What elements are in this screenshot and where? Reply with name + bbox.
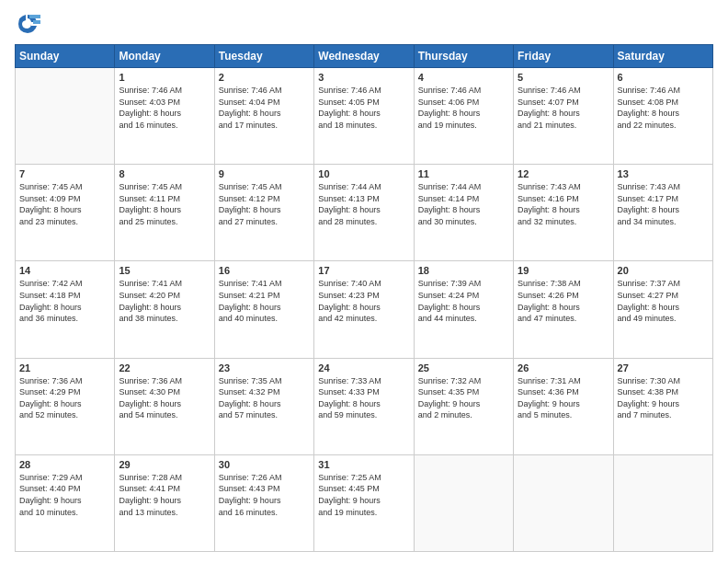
- day-info: Sunrise: 7:43 AM Sunset: 4:17 PM Dayligh…: [618, 181, 709, 227]
- day-number: 13: [618, 168, 709, 179]
- header: [15, 11, 713, 37]
- day-number: 17: [318, 265, 409, 276]
- calendar-cell: 3Sunrise: 7:46 AM Sunset: 4:05 PM Daylig…: [314, 68, 414, 165]
- weekday-sunday: Sunday: [16, 45, 115, 68]
- svg-marker-1: [29, 15, 40, 18]
- day-number: 19: [518, 265, 609, 276]
- week-row-1: 1Sunrise: 7:46 AM Sunset: 4:03 PM Daylig…: [16, 68, 713, 165]
- day-info: Sunrise: 7:45 AM Sunset: 4:12 PM Dayligh…: [219, 181, 310, 227]
- day-number: 12: [518, 168, 609, 179]
- day-info: Sunrise: 7:43 AM Sunset: 4:16 PM Dayligh…: [518, 181, 609, 227]
- day-number: 15: [119, 265, 210, 276]
- day-info: Sunrise: 7:39 AM Sunset: 4:24 PM Dayligh…: [418, 278, 509, 324]
- calendar-cell: 19Sunrise: 7:38 AM Sunset: 4:26 PM Dayli…: [514, 261, 613, 358]
- day-info: Sunrise: 7:45 AM Sunset: 4:11 PM Dayligh…: [119, 181, 210, 227]
- day-info: Sunrise: 7:42 AM Sunset: 4:18 PM Dayligh…: [19, 278, 110, 324]
- day-info: Sunrise: 7:45 AM Sunset: 4:09 PM Dayligh…: [19, 181, 110, 227]
- calendar-cell: 8Sunrise: 7:45 AM Sunset: 4:11 PM Daylig…: [115, 165, 214, 261]
- calendar-cell: 31Sunrise: 7:25 AM Sunset: 4:45 PM Dayli…: [314, 454, 414, 551]
- svg-marker-2: [33, 20, 40, 24]
- day-number: 28: [19, 459, 110, 470]
- day-info: Sunrise: 7:35 AM Sunset: 4:32 PM Dayligh…: [219, 375, 310, 421]
- day-number: 23: [219, 362, 310, 373]
- day-number: 26: [518, 362, 609, 373]
- calendar-table: SundayMondayTuesdayWednesdayThursdayFrid…: [15, 44, 713, 552]
- day-number: 10: [318, 168, 409, 179]
- calendar-cell: 21Sunrise: 7:36 AM Sunset: 4:29 PM Dayli…: [16, 358, 115, 454]
- day-number: 29: [119, 459, 210, 470]
- calendar-cell: 25Sunrise: 7:32 AM Sunset: 4:35 PM Dayli…: [414, 358, 513, 454]
- weekday-thursday: Thursday: [414, 45, 513, 68]
- day-number: 7: [19, 168, 110, 179]
- day-number: 22: [119, 362, 210, 373]
- day-number: 18: [418, 265, 509, 276]
- logo-icon: [15, 11, 40, 37]
- weekday-monday: Monday: [115, 45, 214, 68]
- logo: [15, 11, 44, 37]
- day-info: Sunrise: 7:46 AM Sunset: 4:03 PM Dayligh…: [119, 85, 210, 131]
- day-info: Sunrise: 7:41 AM Sunset: 4:21 PM Dayligh…: [219, 278, 310, 324]
- calendar-cell: 24Sunrise: 7:33 AM Sunset: 4:33 PM Dayli…: [314, 358, 414, 454]
- day-info: Sunrise: 7:36 AM Sunset: 4:29 PM Dayligh…: [19, 375, 110, 421]
- day-number: 6: [618, 72, 709, 83]
- day-info: Sunrise: 7:32 AM Sunset: 4:35 PM Dayligh…: [418, 375, 509, 421]
- weekday-header-row: SundayMondayTuesdayWednesdayThursdayFrid…: [16, 45, 713, 68]
- day-info: Sunrise: 7:46 AM Sunset: 4:06 PM Dayligh…: [418, 85, 509, 131]
- calendar-cell: 16Sunrise: 7:41 AM Sunset: 4:21 PM Dayli…: [214, 261, 313, 358]
- day-number: 11: [418, 168, 509, 179]
- weekday-saturday: Saturday: [613, 45, 712, 68]
- day-info: Sunrise: 7:40 AM Sunset: 4:23 PM Dayligh…: [318, 278, 409, 324]
- calendar-cell: 27Sunrise: 7:30 AM Sunset: 4:38 PM Dayli…: [613, 358, 712, 454]
- day-info: Sunrise: 7:46 AM Sunset: 4:05 PM Dayligh…: [318, 85, 409, 131]
- calendar-cell: 22Sunrise: 7:36 AM Sunset: 4:30 PM Dayli…: [115, 358, 214, 454]
- calendar-cell: 6Sunrise: 7:46 AM Sunset: 4:08 PM Daylig…: [613, 68, 712, 165]
- day-number: 3: [318, 72, 409, 83]
- day-number: 2: [219, 72, 310, 83]
- day-number: 20: [618, 265, 709, 276]
- calendar-cell: 5Sunrise: 7:46 AM Sunset: 4:07 PM Daylig…: [514, 68, 613, 165]
- calendar-cell: [613, 454, 712, 551]
- calendar-cell: [16, 68, 115, 165]
- day-number: 5: [518, 72, 609, 83]
- day-info: Sunrise: 7:41 AM Sunset: 4:20 PM Dayligh…: [119, 278, 210, 324]
- day-info: Sunrise: 7:44 AM Sunset: 4:13 PM Dayligh…: [318, 181, 409, 227]
- calendar-cell: 23Sunrise: 7:35 AM Sunset: 4:32 PM Dayli…: [214, 358, 313, 454]
- day-info: Sunrise: 7:46 AM Sunset: 4:04 PM Dayligh…: [219, 85, 310, 131]
- day-number: 24: [318, 362, 409, 373]
- calendar-cell: 18Sunrise: 7:39 AM Sunset: 4:24 PM Dayli…: [414, 261, 513, 358]
- day-number: 30: [219, 459, 310, 470]
- day-info: Sunrise: 7:29 AM Sunset: 4:40 PM Dayligh…: [19, 472, 110, 518]
- day-info: Sunrise: 7:25 AM Sunset: 4:45 PM Dayligh…: [318, 472, 409, 518]
- day-number: 16: [219, 265, 310, 276]
- day-number: 21: [19, 362, 110, 373]
- day-info: Sunrise: 7:37 AM Sunset: 4:27 PM Dayligh…: [618, 278, 709, 324]
- calendar-cell: 4Sunrise: 7:46 AM Sunset: 4:06 PM Daylig…: [414, 68, 513, 165]
- day-info: Sunrise: 7:30 AM Sunset: 4:38 PM Dayligh…: [618, 375, 709, 421]
- week-row-2: 7Sunrise: 7:45 AM Sunset: 4:09 PM Daylig…: [16, 165, 713, 261]
- day-info: Sunrise: 7:36 AM Sunset: 4:30 PM Dayligh…: [119, 375, 210, 421]
- calendar-cell: 9Sunrise: 7:45 AM Sunset: 4:12 PM Daylig…: [214, 165, 313, 261]
- day-number: 9: [219, 168, 310, 179]
- day-info: Sunrise: 7:33 AM Sunset: 4:33 PM Dayligh…: [318, 375, 409, 421]
- week-row-4: 21Sunrise: 7:36 AM Sunset: 4:29 PM Dayli…: [16, 358, 713, 454]
- calendar-cell: 12Sunrise: 7:43 AM Sunset: 4:16 PM Dayli…: [514, 165, 613, 261]
- calendar-cell: 13Sunrise: 7:43 AM Sunset: 4:17 PM Dayli…: [613, 165, 712, 261]
- calendar-cell: 20Sunrise: 7:37 AM Sunset: 4:27 PM Dayli…: [613, 261, 712, 358]
- calendar-cell: 14Sunrise: 7:42 AM Sunset: 4:18 PM Dayli…: [16, 261, 115, 358]
- day-info: Sunrise: 7:26 AM Sunset: 4:43 PM Dayligh…: [219, 472, 310, 518]
- day-info: Sunrise: 7:28 AM Sunset: 4:41 PM Dayligh…: [119, 472, 210, 518]
- calendar-cell: 1Sunrise: 7:46 AM Sunset: 4:03 PM Daylig…: [115, 68, 214, 165]
- weekday-wednesday: Wednesday: [314, 45, 414, 68]
- calendar-cell: 17Sunrise: 7:40 AM Sunset: 4:23 PM Dayli…: [314, 261, 414, 358]
- calendar-cell: 28Sunrise: 7:29 AM Sunset: 4:40 PM Dayli…: [16, 454, 115, 551]
- calendar-cell: [414, 454, 513, 551]
- page: SundayMondayTuesdayWednesdayThursdayFrid…: [0, 0, 728, 563]
- weekday-friday: Friday: [514, 45, 613, 68]
- week-row-3: 14Sunrise: 7:42 AM Sunset: 4:18 PM Dayli…: [16, 261, 713, 358]
- week-row-5: 28Sunrise: 7:29 AM Sunset: 4:40 PM Dayli…: [16, 454, 713, 551]
- day-number: 4: [418, 72, 509, 83]
- day-info: Sunrise: 7:38 AM Sunset: 4:26 PM Dayligh…: [518, 278, 609, 324]
- calendar-cell: [514, 454, 613, 551]
- day-number: 31: [318, 459, 409, 470]
- calendar-cell: 2Sunrise: 7:46 AM Sunset: 4:04 PM Daylig…: [214, 68, 313, 165]
